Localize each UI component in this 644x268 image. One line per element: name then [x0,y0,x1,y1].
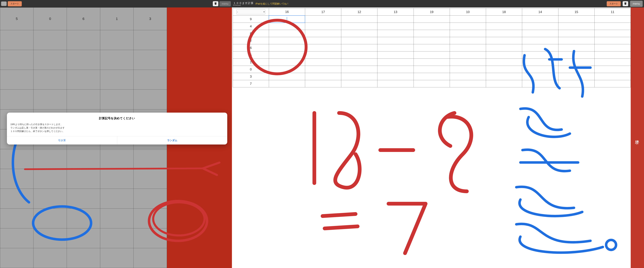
answer-cell[interactable] [522,37,558,44]
answer-cell[interactable] [414,16,450,23]
answer-cell[interactable] [269,23,305,30]
answer-cell[interactable] [450,58,486,66]
answer-cell[interactable] [269,80,305,87]
answer-cell[interactable] [450,66,486,73]
answer-cell[interactable] [486,23,522,30]
answer-cell[interactable] [522,80,558,87]
answer-cell[interactable] [341,37,378,44]
operator-cell[interactable]: - [233,8,269,16]
answer-cell[interactable] [594,44,630,52]
answer-cell[interactable] [486,52,522,58]
answer-cell[interactable] [522,30,558,37]
answer-cell[interactable] [594,37,630,44]
start-button-right[interactable]: スタート [607,1,621,6]
answer-cell[interactable] [594,52,630,58]
answer-cell[interactable] [486,30,522,37]
answer-cell[interactable] [341,80,378,87]
answer-cell[interactable] [305,73,341,80]
dialog-subtract-button[interactable]: 引き算 [7,136,117,144]
finish-button[interactable]: 終了 [631,8,644,268]
answer-cell[interactable] [522,66,558,73]
answer-cell[interactable] [522,58,558,66]
answer-cell[interactable] [305,16,341,23]
answer-cell[interactable] [414,66,450,73]
answer-cell[interactable] [486,58,522,66]
answer-cell[interactable] [378,58,414,66]
answer-cell[interactable] [522,52,558,58]
answer-cell[interactable] [378,73,414,80]
answer-cell[interactable] [558,44,594,52]
answer-cell[interactable] [378,37,414,44]
answer-cell[interactable] [341,16,378,23]
answer-cell[interactable] [522,44,558,52]
answer-cell[interactable] [594,23,630,30]
answer-cell[interactable] [558,37,594,44]
trash-button-right[interactable] [622,1,628,6]
trash-button-left[interactable] [213,1,218,6]
answer-cell[interactable] [378,16,414,23]
answer-cell[interactable] [486,16,522,23]
answer-cell[interactable] [378,66,414,73]
answer-cell[interactable] [486,80,522,87]
answer-cell[interactable] [450,30,486,37]
answer-cell[interactable] [341,44,378,52]
answer-cell[interactable] [341,30,378,37]
answer-cell[interactable] [341,73,378,80]
answer-cell[interactable] [450,44,486,52]
answer-cell[interactable] [414,30,450,37]
answer-cell[interactable] [594,16,630,23]
answer-cell[interactable] [594,58,630,66]
answer-cell[interactable] [594,80,630,87]
answer-cell[interactable] [486,66,522,73]
start-button-left[interactable]: スタート [8,1,22,6]
answer-cell[interactable] [305,52,341,58]
answer-cell[interactable] [450,16,486,23]
answer-cell[interactable] [558,58,594,66]
answer-cell[interactable] [558,52,594,58]
answer-cell[interactable] [378,52,414,58]
answer-cell[interactable] [341,66,378,73]
answer-cell[interactable] [450,37,486,44]
answer-cell[interactable] [558,80,594,87]
answer-cell[interactable] [450,80,486,87]
answer-cell[interactable] [414,44,450,52]
answer-cell[interactable] [450,52,486,58]
dialog-random-button[interactable]: ランダム [117,136,227,144]
answer-cell[interactable] [305,66,341,73]
answer-cell-active[interactable] [269,16,305,23]
answer-cell[interactable] [269,58,305,66]
answer-cell[interactable] [305,58,341,66]
answer-cell[interactable] [378,44,414,52]
answer-cell[interactable] [269,66,305,73]
answer-cell[interactable] [414,37,450,44]
answer-cell[interactable] [378,30,414,37]
answer-cell[interactable] [341,58,378,66]
menu-button-right[interactable]: menu [630,1,643,7]
answer-cell[interactable] [558,23,594,30]
answer-cell[interactable] [522,16,558,23]
answer-cell[interactable] [305,23,341,30]
answer-cell[interactable] [305,80,341,87]
answer-cell[interactable] [450,73,486,80]
answer-cell[interactable] [269,30,305,37]
answer-cell[interactable] [378,23,414,30]
answer-cell[interactable] [269,73,305,80]
answer-cell[interactable] [305,30,341,37]
answer-cell[interactable] [269,52,305,58]
answer-cell[interactable] [305,44,341,52]
answer-cell[interactable] [522,23,558,30]
answer-cell[interactable] [269,37,305,44]
answer-cell[interactable] [594,73,630,80]
answer-cell[interactable] [594,30,630,37]
answer-cell[interactable] [305,37,341,44]
answer-cell[interactable] [486,37,522,44]
answer-cell[interactable] [414,58,450,66]
answer-cell[interactable] [414,52,450,58]
answer-cell[interactable] [558,30,594,37]
operator-select[interactable]: - [236,10,265,14]
answer-cell[interactable] [378,80,414,87]
answer-cell[interactable] [450,23,486,30]
answer-cell[interactable] [341,52,378,58]
answer-cell[interactable] [486,73,522,80]
answer-cell[interactable] [341,23,378,30]
